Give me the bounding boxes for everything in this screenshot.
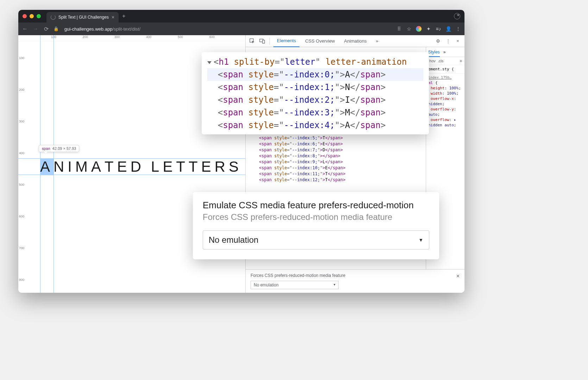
svg-rect-2 xyxy=(263,40,265,43)
dom-node[interactable]: <span style="--index:9;">L</span> xyxy=(246,159,426,165)
translate-icon[interactable]: ⠿ xyxy=(396,26,402,32)
tab-animations[interactable]: Animations xyxy=(341,35,370,47)
divider xyxy=(270,38,270,45)
lock-icon[interactable]: 🔒 xyxy=(53,26,59,31)
heading-letter: E xyxy=(117,158,131,175)
minimize-window-icon[interactable] xyxy=(30,14,34,18)
heading-letter: A xyxy=(91,158,105,175)
ruler-tick: 200 xyxy=(19,88,24,91)
dom-node[interactable]: <span style="--index:8;"></span> xyxy=(246,153,426,159)
cls-toggle[interactable]: .cls xyxy=(438,59,444,63)
ruler-tick: 400 xyxy=(146,35,151,39)
css-declaration[interactable]: overflow: ▸ hidden auto; xyxy=(428,117,462,128)
url-host: gui-challenges.web.app xyxy=(64,26,113,32)
close-window-icon[interactable] xyxy=(23,14,27,18)
tabs-overflow[interactable]: » xyxy=(372,35,382,47)
dom-node[interactable]: <span style="--index:6;">E</span> xyxy=(246,141,426,147)
devtools-close-icon[interactable]: × xyxy=(454,37,462,45)
devtools-kebab-icon[interactable]: ⋮ xyxy=(444,37,452,45)
element-style-label: ement.sty xyxy=(428,67,449,71)
reading-list-icon[interactable]: ≡♪ xyxy=(436,26,441,32)
render-select-value: No emulation xyxy=(209,235,258,245)
heading-letter: N xyxy=(53,158,68,175)
heading-letter: M xyxy=(75,158,91,175)
dom-node[interactable]: <span style="--index:7;">D</span> xyxy=(246,147,426,153)
dom-node-span[interactable]: <span style="--index:1;">N</span> xyxy=(207,81,423,94)
titlebar: Split Text | GUI Challenges × + xyxy=(18,10,464,23)
emulation-select[interactable]: No emulation xyxy=(251,281,339,289)
heading-letter: T xyxy=(176,158,189,175)
dom-node-span[interactable]: <span style="--index:0;">A</span> xyxy=(207,68,423,81)
browser-tab[interactable]: Split Text | GUI Challenges × xyxy=(46,12,119,23)
element-style-block: ement.sty { xyxy=(426,65,464,73)
css-declaration[interactable]: overflow-y: auto; xyxy=(428,107,462,117)
heading-letter: I xyxy=(68,158,75,175)
expand-caret-icon[interactable] xyxy=(207,61,211,64)
maximize-window-icon[interactable] xyxy=(37,14,41,18)
tab-css-overview[interactable]: CSS Overview xyxy=(302,35,339,47)
styles-tabs: Styles » xyxy=(426,47,464,57)
tab-close-icon[interactable]: × xyxy=(112,14,114,20)
dom-node-h1: <h1 split-by="letter" letter-animation xyxy=(207,56,423,68)
ruler-tick: 400 xyxy=(19,151,24,155)
tab-title: Split Text | GUI Challenges xyxy=(58,15,109,20)
dom-node[interactable]: <span style="--index:12;">T</span> xyxy=(246,177,426,183)
back-button[interactable]: ← xyxy=(22,26,28,32)
brace: { xyxy=(451,67,454,71)
inspect-tooltip: span 42.09 × 57.93 xyxy=(39,145,79,152)
new-tab-button[interactable]: + xyxy=(122,13,125,19)
settings-gear-icon[interactable]: ⚙ xyxy=(434,37,442,45)
tooltip-dims: 42.09 × 57.93 xyxy=(52,146,76,151)
ruler-tick: 800 xyxy=(19,278,24,281)
ruler-tick: 600 xyxy=(209,35,215,39)
window-traffic-lights xyxy=(23,14,41,18)
dom-node[interactable]: <span style="--index:10;">E</span> xyxy=(246,165,426,171)
heading-letter: A xyxy=(40,158,53,175)
dom-node[interactable]: <span style="--index:5;">T</span> xyxy=(246,135,426,141)
toolbar-icons: ⠿ ☆ ✦ ≡♪ 👤 ⋮ xyxy=(396,26,461,32)
heading-letter: D xyxy=(131,158,145,175)
styles-tab-label[interactable]: Styles xyxy=(428,50,440,57)
device-toggle-icon[interactable] xyxy=(258,37,266,45)
tab-overflow-icon[interactable] xyxy=(454,13,460,19)
css-source-link[interactable]: index.175b… xyxy=(428,76,451,80)
css-declaration[interactable]: height: 100%; xyxy=(428,86,462,91)
ruler-tick: 700 xyxy=(19,246,24,250)
attr: split-by xyxy=(234,57,275,67)
heading-letter: R xyxy=(215,158,229,175)
render-select[interactable]: No emulation ▼ xyxy=(203,230,429,249)
bookmark-star-icon[interactable]: ☆ xyxy=(406,26,412,32)
forward-button[interactable]: → xyxy=(32,26,39,32)
inspect-element-icon[interactable] xyxy=(248,37,256,45)
ruler-tick: 500 xyxy=(178,35,183,39)
heading-letter: E xyxy=(163,158,176,175)
drawer-close-icon[interactable]: × xyxy=(456,273,460,279)
drawer-desc: Forces CSS prefers-reduced-motion media … xyxy=(251,273,460,278)
dom-node-span[interactable]: <span style="--index:3;">M</span> xyxy=(207,106,423,119)
ruler-tick: 200 xyxy=(83,35,88,39)
kebab-menu-icon[interactable]: ⋮ xyxy=(455,26,461,32)
css-declaration[interactable]: overflow-x: hidden; xyxy=(428,96,462,107)
address-bar: ← → ⟳ 🔒 gui-challenges.web.app/split-tex… xyxy=(18,23,464,35)
profile-avatar-icon[interactable]: 👤 xyxy=(445,26,451,32)
reload-button[interactable]: ⟳ xyxy=(43,26,49,32)
ruler-tick: 600 xyxy=(19,215,24,218)
add-rule-icon[interactable]: + xyxy=(460,58,462,64)
dom-node[interactable]: <span style="--index:11;">T</span> xyxy=(246,171,426,177)
dropdown-arrow-icon: ▼ xyxy=(418,237,423,243)
animated-heading: ANIMATEDLETTERS xyxy=(40,158,242,175)
extension-gradient-icon[interactable] xyxy=(416,26,422,32)
dom-node-span[interactable]: <span style="--index:2;">I</span> xyxy=(207,94,423,106)
hover-toggle[interactable]: :hov xyxy=(428,59,436,63)
styles-tabs-overflow[interactable]: » xyxy=(443,50,446,55)
extensions-puzzle-icon[interactable]: ✦ xyxy=(426,26,431,32)
heading-letter: E xyxy=(201,158,215,175)
rendering-drawer: × Forces CSS prefers-reduced-motion medi… xyxy=(246,269,464,293)
tab-elements[interactable]: Elements xyxy=(273,35,299,47)
url-field[interactable]: gui-challenges.web.app/split-text/dist/ xyxy=(64,26,392,32)
dom-node-span[interactable]: <span style="--index:4;">A</span> xyxy=(207,119,423,132)
devtools-tabs: Elements CSS Overview Animations » ⚙ ⋮ × xyxy=(246,35,464,47)
render-title: Emulate CSS media feature prefers-reduce… xyxy=(203,200,429,211)
css-declaration[interactable]: width: 100%; xyxy=(428,91,462,96)
css-rule-block: index.175b… ml { height: 100%; width: 10… xyxy=(426,73,464,129)
